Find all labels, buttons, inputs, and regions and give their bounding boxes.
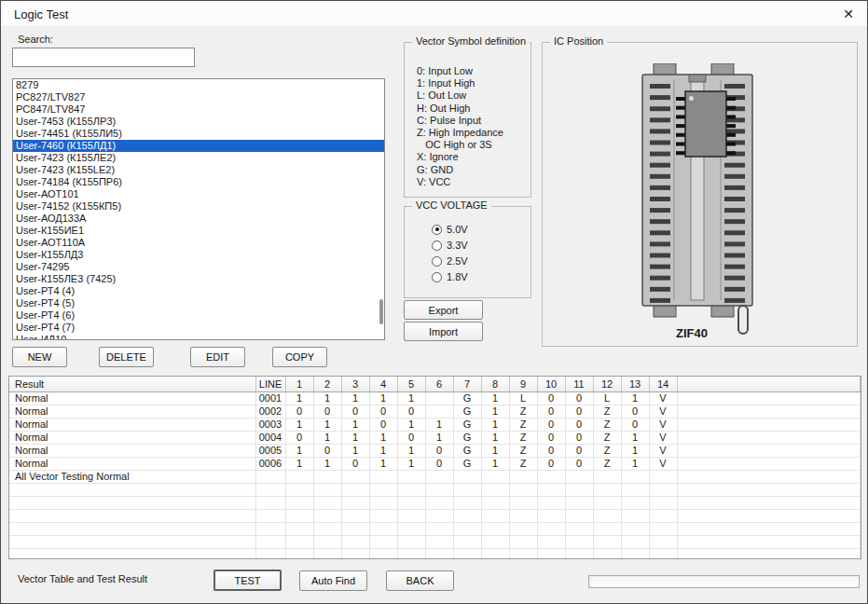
copy-button[interactable]: COPY bbox=[272, 347, 327, 367]
list-item[interactable]: User-74184 (К155ПР6) bbox=[13, 176, 384, 188]
vector-row[interactable]: Normal0003111011G1Z00Z0V bbox=[9, 418, 861, 431]
pin-cell bbox=[537, 470, 565, 483]
search-input[interactable] bbox=[12, 48, 195, 67]
pin-cell bbox=[425, 391, 453, 405]
pin-cell: Z bbox=[509, 418, 537, 431]
list-item[interactable]: User-РТ4 (4) bbox=[13, 285, 384, 297]
vector-row[interactable]: Normal000111111G1L00L1V bbox=[9, 391, 861, 405]
pin-cell bbox=[649, 535, 677, 548]
list-item[interactable]: User-74295 bbox=[13, 261, 384, 273]
column-header-3: 3 bbox=[341, 377, 369, 391]
vcc-option-5.0V[interactable]: 5.0V bbox=[432, 224, 468, 235]
pin-cell bbox=[593, 535, 621, 548]
chip-listbox: 8279PC827/LTV827PC847/LTV847User-7453 (К… bbox=[12, 78, 385, 340]
list-item[interactable]: User-74152 (К155КП5) bbox=[13, 200, 384, 213]
vcc-voltage-groupbox: VCC VOLTAGE 5.0V3.3V2.5V1.8V bbox=[404, 206, 531, 298]
pin-cell bbox=[453, 470, 481, 483]
vector-row[interactable]: Normal0005101110G1Z00Z1V bbox=[9, 444, 861, 457]
list-item[interactable]: User-7423 (К155ЛЕ2) bbox=[13, 152, 384, 164]
pin-cell: 1 bbox=[397, 444, 425, 457]
empty-row bbox=[9, 522, 861, 535]
vector-row[interactable]: Normal000200000G1Z00Z0V bbox=[9, 405, 861, 418]
pin-cell bbox=[369, 509, 397, 522]
pin-cell bbox=[621, 470, 649, 483]
list-item[interactable]: User-К155ИЕ1 bbox=[13, 225, 384, 237]
list-item[interactable]: User-7453 (К155ЛР3) bbox=[13, 116, 384, 128]
vector-row[interactable]: Normal0006110110G1Z00Z1V bbox=[9, 457, 861, 470]
chip-list: 8279PC827/LTV827PC847/LTV847User-7453 (К… bbox=[13, 79, 384, 340]
pin-cell: 0 bbox=[397, 431, 425, 444]
list-item[interactable]: User-РТ4 (5) bbox=[13, 297, 384, 309]
pin-cell: 1 bbox=[481, 457, 509, 470]
listbox-scrollbar-thumb[interactable] bbox=[379, 299, 383, 324]
pin-cell bbox=[425, 535, 453, 548]
pin-cell: 1 bbox=[341, 444, 369, 457]
pin-cell bbox=[481, 483, 509, 496]
pin-cell bbox=[649, 509, 677, 522]
list-item[interactable]: PC847/LTV847 bbox=[13, 103, 384, 116]
pin-cell bbox=[341, 548, 369, 559]
vector-row[interactable]: All Vector Testing Normal bbox=[9, 470, 861, 483]
new-button[interactable]: NEW bbox=[12, 347, 67, 367]
vcc-option-3.3V[interactable]: 3.3V bbox=[432, 240, 468, 251]
list-item[interactable]: User-74451 (К155ЛИ5) bbox=[13, 128, 384, 140]
pin-cell bbox=[341, 496, 369, 509]
list-item[interactable]: User-АОД133А bbox=[13, 213, 384, 225]
pin-cell: V bbox=[649, 418, 677, 431]
pin-cell: 1 bbox=[481, 405, 509, 418]
pin-cell bbox=[509, 483, 537, 496]
vcc-option-label: 5.0V bbox=[447, 224, 468, 235]
list-item[interactable]: 8279 bbox=[13, 79, 384, 91]
list-item[interactable]: User-АОТ101 bbox=[13, 188, 384, 200]
pin-cell: Z bbox=[593, 418, 621, 431]
import-button[interactable]: Import bbox=[404, 322, 483, 341]
list-item[interactable]: User-АОТ110А bbox=[13, 237, 384, 249]
list-item[interactable]: User-РТ4 (6) bbox=[13, 309, 384, 322]
vector-symbol-groupbox: Vector Symbol definition 0: Input Low1: … bbox=[404, 42, 531, 198]
pin-cell bbox=[453, 496, 481, 509]
list-item[interactable]: User-7460 (К155ЛД1) bbox=[13, 140, 384, 152]
pin-cell: 1 bbox=[369, 431, 397, 444]
pin-cell bbox=[313, 548, 341, 559]
pin-cell bbox=[481, 496, 509, 509]
test-button[interactable]: TEST bbox=[214, 570, 282, 591]
filler-cell bbox=[677, 405, 861, 418]
pin-cell: 1 bbox=[313, 431, 341, 444]
auto-find-button[interactable]: Auto Find bbox=[299, 570, 367, 591]
pin-cell bbox=[341, 509, 369, 522]
list-item[interactable]: User-ИД10 bbox=[13, 334, 384, 340]
result-cell: All Vector Testing Normal bbox=[9, 470, 255, 483]
column-header-10: 10 bbox=[537, 377, 565, 391]
pin-cell: 0 bbox=[369, 405, 397, 418]
result-cell: Normal bbox=[9, 405, 255, 418]
pin-cell: 1 bbox=[341, 391, 369, 405]
pin-cell: Z bbox=[509, 431, 537, 444]
pin-cell bbox=[397, 548, 425, 559]
pin-cell bbox=[481, 535, 509, 548]
pin-cell: G bbox=[453, 391, 481, 405]
list-item[interactable]: User-РТ4 (7) bbox=[13, 322, 384, 334]
empty-row bbox=[9, 496, 861, 509]
pin-cell bbox=[341, 470, 369, 483]
back-button[interactable]: BACK bbox=[386, 570, 454, 591]
filler-cell bbox=[677, 470, 861, 483]
pin-cell bbox=[313, 496, 341, 509]
pin-cell bbox=[537, 548, 565, 559]
delete-button[interactable]: DELETE bbox=[99, 347, 154, 367]
vcc-option-1.8V[interactable]: 1.8V bbox=[432, 271, 468, 282]
list-item[interactable]: PC827/LTV827 bbox=[13, 91, 384, 103]
export-button[interactable]: Export bbox=[404, 300, 483, 320]
result-cell bbox=[9, 535, 255, 548]
pin-cell: 1 bbox=[621, 431, 649, 444]
vcc-option-2.5V[interactable]: 2.5V bbox=[432, 255, 468, 267]
pin-cell bbox=[649, 470, 677, 483]
pin-cell bbox=[453, 483, 481, 496]
edit-button[interactable]: EDIT bbox=[190, 347, 245, 367]
list-item[interactable]: User-К155ЛД3 bbox=[13, 249, 384, 261]
result-cell: Normal bbox=[9, 418, 255, 431]
pin-cell bbox=[649, 496, 677, 509]
vector-row[interactable]: Normal0004011101G1Z00Z1V bbox=[9, 431, 861, 444]
list-item[interactable]: User-7423 (К155LE2) bbox=[13, 164, 384, 176]
close-icon[interactable]: ✕ bbox=[839, 5, 858, 23]
list-item[interactable]: User-К155ЛЕ3 (7425) bbox=[13, 273, 384, 285]
